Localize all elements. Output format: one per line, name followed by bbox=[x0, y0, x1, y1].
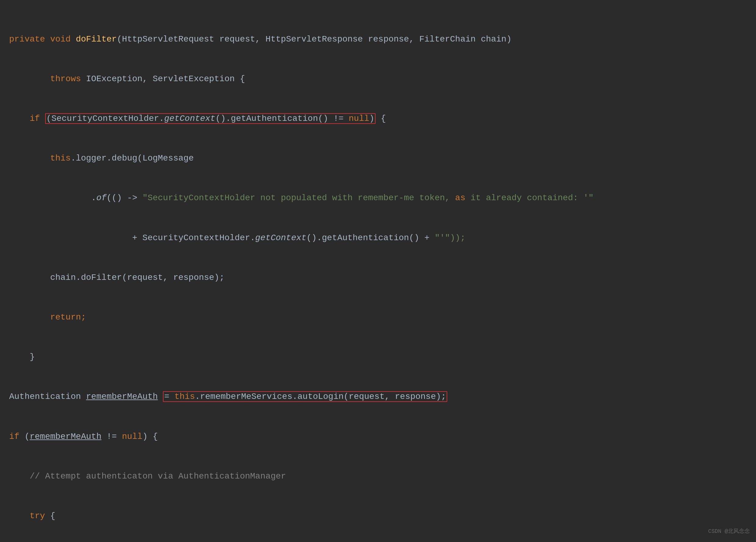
class-securityContextHolder: SecurityContextHolder bbox=[51, 114, 159, 123]
method-autoLogin: autoLogin bbox=[297, 392, 344, 401]
line-7: chain.doFilter(request, response); bbox=[9, 271, 747, 284]
method-debug: debug bbox=[112, 153, 137, 163]
chain-doFilter: chain.doFilter(request, response); bbox=[50, 273, 224, 282]
type-authentication: Authentication bbox=[9, 392, 81, 401]
line-12: // Attempt authenticaton via Authenticat… bbox=[9, 470, 747, 483]
line-4: this.logger.debug(LogMessage bbox=[9, 152, 747, 165]
method-getContext-2: getContext bbox=[255, 233, 307, 242]
keyword-void: void bbox=[50, 34, 70, 44]
keyword-null-2: null bbox=[122, 432, 142, 441]
line-9: } bbox=[9, 350, 747, 364]
keyword-this-2: this bbox=[175, 392, 195, 401]
keyword-if-1: if bbox=[30, 114, 40, 123]
keyword-try: try bbox=[30, 511, 45, 521]
line-8: return; bbox=[9, 311, 747, 324]
field-rememberMeServices: rememberMeServices bbox=[200, 392, 292, 401]
line-5: .of(() -> "SecurityContextHolder not pop… bbox=[9, 191, 747, 204]
line-13: try { bbox=[9, 509, 747, 522]
keyword-null: null bbox=[349, 114, 369, 123]
line-1: private void doFilter(HttpServletRequest… bbox=[9, 33, 747, 46]
method-getAuthentication: getAuthentication bbox=[231, 114, 318, 123]
method-of: of bbox=[96, 193, 107, 203]
keyword-throws: throws bbox=[50, 74, 81, 84]
line-10: Authentication rememberMeAuth = this.rem… bbox=[9, 390, 747, 403]
keyword-if-2: if bbox=[9, 432, 20, 441]
method-name-doFilter: doFilter bbox=[76, 34, 117, 44]
params: (HttpServletRequest request, HttpServlet… bbox=[117, 34, 512, 44]
comment-attempt: // Attempt authenticaton via Authenticat… bbox=[30, 472, 286, 481]
var-rememberMeAuth-1: rememberMeAuth bbox=[86, 392, 158, 401]
red-box-2: = this.rememberMeServices.autoLogin(requ… bbox=[163, 391, 447, 402]
field-logger: logger bbox=[76, 153, 106, 163]
keyword-return-1: return; bbox=[50, 313, 86, 322]
string-not-populated: "SecurityContextHolder not populated wit… bbox=[142, 193, 594, 203]
code-container: private void doFilter(HttpServletRequest… bbox=[9, 6, 747, 542]
line-6: + SecurityContextHolder.getContext().get… bbox=[9, 231, 747, 244]
line-11: if (rememberMeAuth != null) { bbox=[9, 430, 747, 443]
keyword-private: private bbox=[9, 34, 45, 44]
var-rememberMeAuth-2: rememberMeAuth bbox=[30, 432, 101, 441]
string-quote-end: "'")); bbox=[435, 233, 466, 242]
red-box-1: (SecurityContextHolder.getContext().getA… bbox=[45, 113, 376, 124]
line-3: if (SecurityContextHolder.getContext().g… bbox=[9, 112, 747, 125]
keyword-this-1: this bbox=[50, 153, 70, 163]
line-2: throws IOException, ServletException { bbox=[9, 72, 747, 85]
watermark: CSDN @北风念念 bbox=[708, 527, 750, 536]
exception-types: IOException, ServletException { bbox=[86, 74, 245, 84]
method-getContext: getContext bbox=[164, 114, 215, 123]
